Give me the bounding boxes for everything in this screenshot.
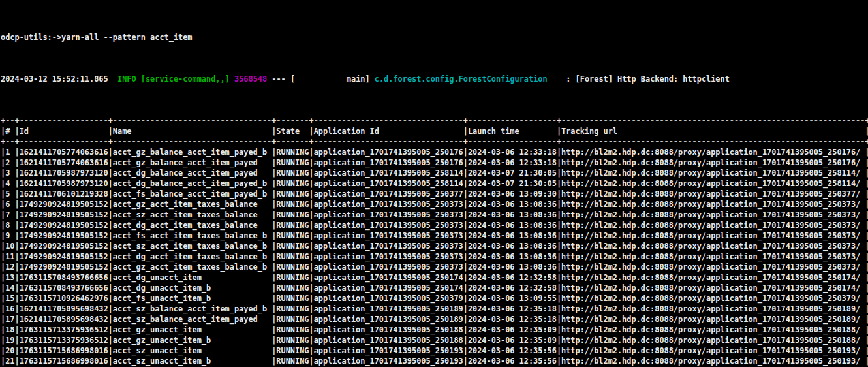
command-line: odcp-utils:->yarn-all --pattern acct_ite… <box>1 32 868 42</box>
log-message: : [Forest] Http Backend: httpclient <box>548 74 730 84</box>
log-timestamp: 2024-03-12 15:52:11.865 <box>1 74 117 84</box>
table-row: |17|1621411705895698432|acct_sz_balance_… <box>1 314 868 325</box>
table-row: |11|1749290924819505152|acct_dg_acct_ite… <box>1 251 868 262</box>
table-row: |1 |1621411705774063616|acct_gz_balance_… <box>1 147 868 157</box>
log-pid: 3568548 <box>234 74 267 84</box>
table-header-row: |# |Id |Name |State |Application Id |Lau… <box>1 126 868 136</box>
table-row: |2 |1621411705774063616|acct_gz_balance_… <box>1 157 868 168</box>
log-context: [service-command,,] <box>141 74 230 84</box>
shell-command: yarn-all --pattern acct_item <box>61 33 192 42</box>
table-row: |15|1763115710926462976|acct_fs_unacct_i… <box>1 293 868 304</box>
table-row: |9 |1749290924819505152|acct_fs_acct_ite… <box>1 231 868 241</box>
table-row: |4 |1621411705987973120|acct_dg_balance_… <box>1 178 868 189</box>
table-border-top: +--+-------------------+----------------… <box>1 116 868 126</box>
log-gap-2 <box>230 74 234 84</box>
log-gap-1 <box>136 74 141 84</box>
table-row: |18|1763115713375936512|acct_gz_unacct_i… <box>1 325 868 335</box>
table-row: |3 |1621411705987973120|acct_dg_balance_… <box>1 168 868 178</box>
table-row: |5 |1621411706101219328|acct_fs_balance_… <box>1 189 868 199</box>
table-row: |14|1763115708493766656|acct_dg_unacct_i… <box>1 283 868 293</box>
shell-prompt: odcp-utils:-> <box>1 33 61 42</box>
terminal-window[interactable]: odcp-utils:->yarn-all --pattern acct_ite… <box>0 0 868 367</box>
table-row: |13|1763115708493766656|acct_dg_unacct_i… <box>1 272 868 283</box>
table-border-under-header: +--+-------------------+----------------… <box>1 136 868 147</box>
log-logger-name: c.d.forest.config.ForestConfiguration <box>375 74 548 84</box>
table-row: |16|1621411705895698432|acct_sz_balance_… <box>1 304 868 314</box>
table-row: |21|1763115715686998016|acct_sz_unacct_i… <box>1 356 868 366</box>
table-row: |20|1763115715686998016|acct_sz_unacct_i… <box>1 345 868 356</box>
table-row: |6 |1749290924819505152|acct_gz_acct_ite… <box>1 199 868 210</box>
table-row: |12|1749290924819505152|acct_gz_acct_ite… <box>1 262 868 272</box>
yarn-applications-table: +--+-------------------+----------------… <box>1 116 868 367</box>
log-level: INFO <box>117 74 136 84</box>
log-line: 2024-03-12 15:52:11.865 INFO [service-co… <box>1 74 868 84</box>
table-row: |8 |1749290924819505152|acct_dg_acct_ite… <box>1 220 868 231</box>
table-row: |19|1763115713375936512|acct_gz_unacct_i… <box>1 335 868 345</box>
table-row: |10|1749290924819505152|acct_sz_acct_ite… <box>1 241 868 251</box>
table-row: |7 |1749290924819505152|acct_sz_acct_ite… <box>1 210 868 220</box>
log-thread-segment: --- [ main] <box>267 74 375 84</box>
